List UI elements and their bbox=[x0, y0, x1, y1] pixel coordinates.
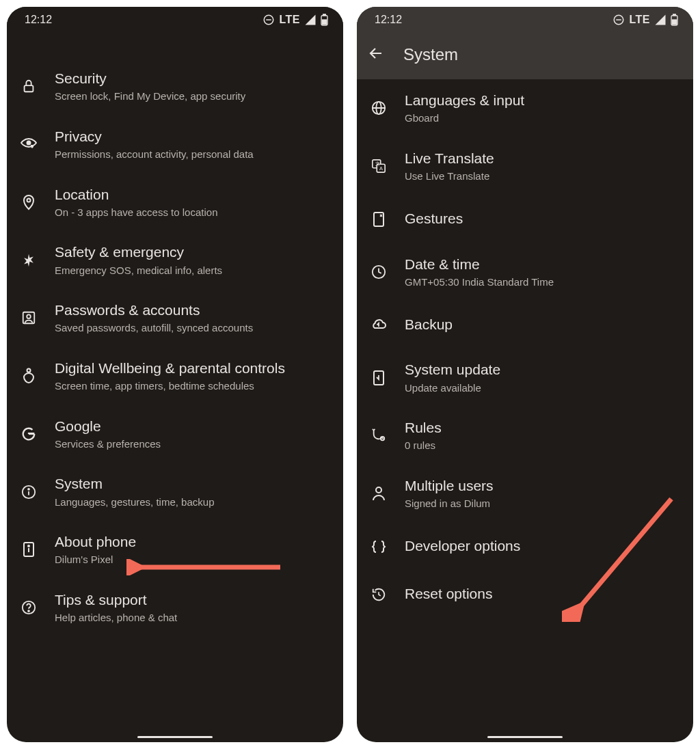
svg-rect-3 bbox=[323, 14, 326, 16]
phone-info-icon bbox=[19, 541, 38, 558]
svg-rect-24 bbox=[672, 20, 676, 25]
item-subtitle: Services & preferences bbox=[55, 437, 328, 451]
app-bar: System bbox=[357, 30, 693, 79]
svg-point-13 bbox=[28, 489, 29, 490]
item-live-translate[interactable]: 文A Live Translate Use Live Translate bbox=[357, 137, 693, 195]
item-privacy[interactable]: Privacy Permissions, account activity, p… bbox=[7, 115, 343, 174]
system-update-icon bbox=[369, 370, 388, 386]
info-icon bbox=[19, 485, 38, 500]
item-title: Date & time bbox=[405, 256, 678, 273]
system-list[interactable]: Languages & input Gboard 文A Live Transla… bbox=[357, 79, 693, 618]
wellbeing-icon bbox=[19, 368, 38, 384]
item-title: Backup bbox=[405, 316, 678, 333]
item-subtitle: Saved passwords, autofill, synced accoun… bbox=[55, 321, 328, 335]
svg-point-7 bbox=[27, 198, 31, 202]
google-icon bbox=[19, 426, 38, 441]
item-tips-support[interactable]: Tips & support Help articles, phone & ch… bbox=[7, 579, 343, 637]
item-title: Safety & emergency bbox=[55, 243, 328, 261]
item-subtitle: Languages, gestures, time, backup bbox=[55, 495, 328, 509]
status-time: 12:12 bbox=[25, 14, 52, 26]
svg-point-37 bbox=[376, 487, 381, 493]
globe-icon bbox=[369, 100, 388, 115]
item-title: Location bbox=[55, 186, 328, 204]
svg-rect-5 bbox=[25, 85, 33, 92]
account-box-icon bbox=[19, 310, 38, 325]
item-backup[interactable]: Backup bbox=[357, 301, 693, 349]
item-title: Rules bbox=[405, 419, 678, 437]
item-multiple-users[interactable]: Multiple users Signed in as Dilum bbox=[357, 465, 693, 523]
status-bar: 12:12 LTE bbox=[7, 7, 343, 30]
signal-icon bbox=[304, 14, 317, 26]
item-wellbeing[interactable]: Digital Wellbeing & parental controls Sc… bbox=[7, 347, 343, 405]
nav-indicator[interactable] bbox=[487, 736, 563, 738]
item-title: Languages & input bbox=[405, 92, 678, 109]
item-title: System update bbox=[405, 361, 678, 379]
translate-icon: 文A bbox=[369, 159, 388, 174]
item-gestures[interactable]: Gestures bbox=[357, 195, 693, 243]
cloud-icon bbox=[369, 318, 388, 331]
item-title: Reset options bbox=[405, 585, 678, 603]
battery-icon bbox=[671, 14, 678, 26]
item-location[interactable]: Location On - 3 apps have access to loca… bbox=[7, 174, 343, 232]
item-subtitle: Emergency SOS, medical info, alerts bbox=[55, 264, 328, 277]
item-subtitle: Gboard bbox=[405, 111, 678, 125]
item-passwords[interactable]: Passwords & accounts Saved passwords, au… bbox=[7, 289, 343, 347]
item-google[interactable]: Google Services & preferences bbox=[7, 405, 343, 463]
item-subtitle: Help articles, phone & chat bbox=[55, 611, 328, 625]
settings-list[interactable]: Security Screen lock, Find My Device, ap… bbox=[7, 30, 343, 637]
item-subtitle: Update available bbox=[405, 381, 678, 395]
braces-icon bbox=[369, 540, 388, 554]
item-title: System bbox=[55, 475, 328, 493]
item-title: Privacy bbox=[55, 128, 328, 146]
item-subtitle: Screen time, app timers, bedtime schedul… bbox=[55, 379, 328, 393]
status-right: LTE bbox=[262, 14, 328, 26]
nav-indicator[interactable] bbox=[137, 736, 213, 738]
item-about-phone[interactable]: About phone Dilum's Pixel bbox=[7, 521, 343, 579]
item-title: Passwords & accounts bbox=[55, 301, 328, 319]
item-date-time[interactable]: Date & time GMT+05:30 India Standard Tim… bbox=[357, 243, 693, 301]
item-subtitle: On - 3 apps have access to location bbox=[55, 206, 328, 219]
item-system[interactable]: System Languages, gestures, time, backup bbox=[7, 463, 343, 521]
item-title: Google bbox=[55, 418, 328, 435]
location-icon bbox=[19, 194, 38, 210]
status-time: 12:12 bbox=[375, 14, 402, 26]
item-subtitle: Signed in as Dilum bbox=[405, 497, 678, 510]
eye-shield-icon bbox=[19, 137, 38, 151]
item-title: Gestures bbox=[405, 210, 678, 228]
item-system-update[interactable]: System update Update available bbox=[357, 349, 693, 407]
item-developer-options[interactable]: Developer options bbox=[357, 523, 693, 571]
battery-icon bbox=[321, 14, 328, 26]
svg-text:A: A bbox=[379, 166, 383, 172]
item-title: Multiple users bbox=[405, 477, 678, 495]
reset-icon bbox=[369, 587, 388, 602]
item-title: About phone bbox=[55, 533, 328, 551]
item-security[interactable]: Security Screen lock, Find My Device, ap… bbox=[7, 57, 343, 115]
network-label: LTE bbox=[279, 14, 300, 26]
item-subtitle: Permissions, account activity, personal … bbox=[55, 148, 328, 161]
item-languages[interactable]: Languages & input Gboard bbox=[357, 79, 693, 137]
rules-icon bbox=[369, 428, 388, 443]
item-title: Tips & support bbox=[55, 591, 328, 609]
dnd-icon bbox=[262, 14, 275, 26]
item-subtitle: 0 rules bbox=[405, 439, 678, 452]
item-title: Security bbox=[55, 70, 328, 87]
item-subtitle: GMT+05:30 India Standard Time bbox=[405, 275, 678, 289]
item-subtitle: Screen lock, Find My Device, app securit… bbox=[55, 90, 328, 103]
network-label: LTE bbox=[629, 14, 650, 26]
svg-point-9 bbox=[27, 315, 31, 319]
status-bar: 12:12 LTE bbox=[357, 7, 693, 30]
back-button[interactable] bbox=[368, 45, 384, 64]
item-safety[interactable]: Safety & emergency Emergency SOS, medica… bbox=[7, 231, 343, 289]
svg-point-10 bbox=[27, 369, 31, 372]
item-title: Live Translate bbox=[405, 150, 678, 167]
dnd-icon bbox=[612, 14, 625, 26]
gestures-icon bbox=[369, 211, 388, 228]
item-subtitle: Use Live Translate bbox=[405, 169, 678, 183]
system-settings-screen: 12:12 LTE System Languages & input Gboar… bbox=[357, 7, 693, 742]
svg-rect-23 bbox=[673, 14, 676, 16]
item-rules[interactable]: Rules 0 rules bbox=[357, 407, 693, 465]
settings-main-screen: 12:12 LTE Security Screen lock, Find My … bbox=[7, 7, 343, 742]
item-reset-options[interactable]: Reset options bbox=[357, 571, 693, 618]
item-subtitle: Dilum's Pixel bbox=[55, 553, 328, 567]
signal-icon bbox=[654, 14, 667, 26]
